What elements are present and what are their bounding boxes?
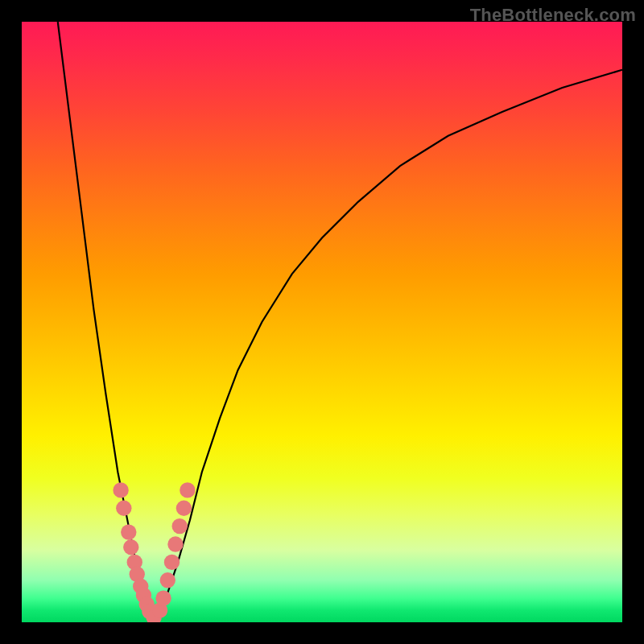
data-point <box>113 482 128 497</box>
data-point <box>176 501 192 516</box>
data-point <box>167 536 183 551</box>
data-point <box>164 555 180 570</box>
chart-svg <box>22 22 622 622</box>
data-point <box>172 518 188 534</box>
data-point <box>155 590 171 605</box>
curve-left-curve <box>58 22 154 622</box>
data-point <box>160 572 175 588</box>
data-point <box>116 501 131 516</box>
curve-right-curve <box>154 70 622 622</box>
series-group <box>58 22 622 622</box>
marker-group <box>113 482 195 622</box>
plot-area <box>22 22 622 622</box>
chart-container: TheBottleneck.com <box>0 0 644 644</box>
data-point <box>123 539 138 555</box>
data-point <box>180 482 195 497</box>
data-point <box>121 524 136 539</box>
